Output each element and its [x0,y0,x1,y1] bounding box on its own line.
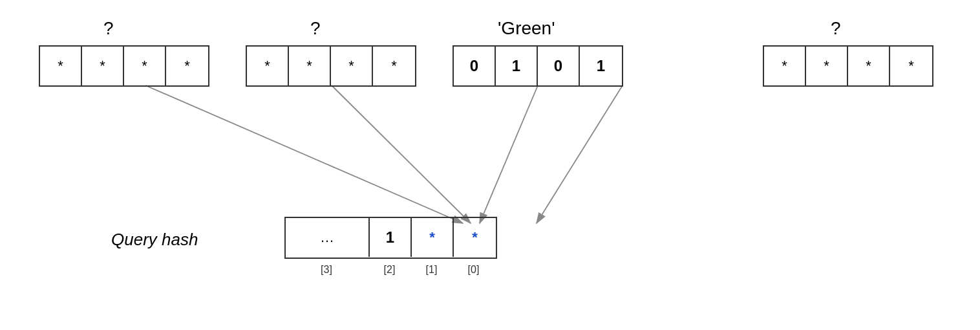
svg-line-1 [145,85,463,223]
array4-label: ? [831,18,841,39]
index-3: [3] [284,264,368,276]
index-1: [1] [410,264,453,276]
array3-cell-1: 1 [496,47,538,85]
array2-cell-3: * [373,47,415,85]
array4-cell-0: * [764,47,806,85]
array3-cell-0: 0 [454,47,496,85]
array2: * * * * [246,45,416,87]
qh-cell-2: 1 [370,218,412,257]
array3: 0 1 0 1 [453,45,623,87]
svg-line-3 [480,85,538,223]
array1-label: ? [103,18,114,39]
array1-cell-1: * [82,47,124,85]
array4-cell-3: * [890,47,932,85]
array4: * * * * [763,45,933,87]
array2-cell-1: * [289,47,331,85]
array2-label: ? [310,18,321,39]
array1-cell-0: * [40,47,82,85]
svg-line-2 [332,85,471,223]
query-hash-array: … 1 * * [284,217,497,259]
diagram-container: ? * * * * ? * * * * 'Green' 0 1 0 1 ? * … [0,0,980,330]
array3-label: 'Green' [498,18,555,39]
array4-cell-1: * [806,47,848,85]
index-0: [0] [453,264,495,276]
index-2: [2] [368,264,410,276]
array2-cell-0: * [247,47,289,85]
array4-cell-2: * [848,47,890,85]
array1-cell-3: * [166,47,208,85]
array1-cell-2: * [124,47,166,85]
qh-cell-3: … [286,218,370,257]
array1: * * * * [39,45,209,87]
array2-cell-2: * [331,47,373,85]
query-hash-label: Query hash [111,230,198,250]
qh-cell-0: * [454,218,496,257]
array3-cell-3: 1 [580,47,622,85]
array3-cell-2: 0 [538,47,580,85]
svg-line-4 [537,85,623,223]
index-labels: [3] [2] [1] [0] [284,264,495,276]
qh-cell-1: * [412,218,454,257]
